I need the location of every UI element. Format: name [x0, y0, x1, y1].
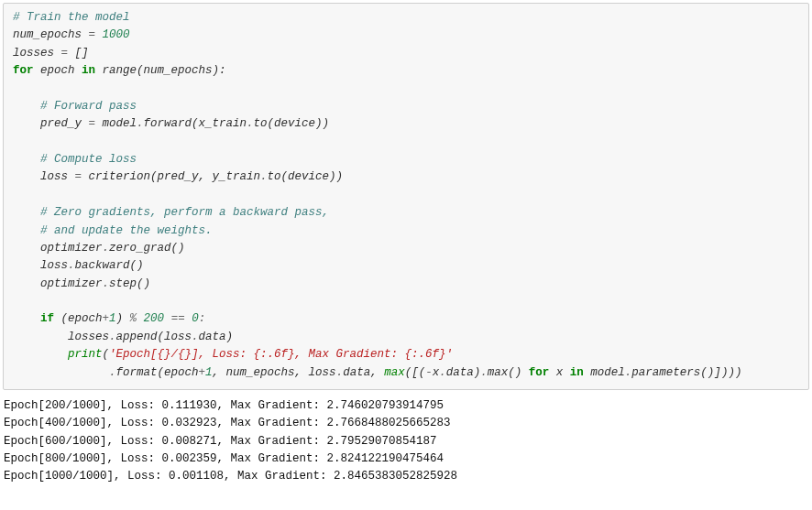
op: + — [199, 366, 206, 379]
code-text: model — [584, 366, 625, 379]
op: - — [425, 366, 433, 379]
string: 'Epoch[{}/{}], Loss: {:.6f}, Max Gradien… — [109, 348, 453, 361]
op: + — [103, 312, 110, 325]
op: = — [89, 117, 96, 130]
code-text: losses — [13, 331, 109, 343]
code-text: loss — [13, 170, 75, 183]
code-text: max() — [488, 366, 529, 379]
op: . — [336, 366, 344, 379]
op: == — [171, 312, 185, 325]
op: . — [260, 170, 268, 183]
code-text: data) — [199, 331, 234, 343]
code-text: to(device)) — [254, 117, 330, 130]
code-text: losses — [13, 47, 61, 60]
num: 0 — [185, 312, 199, 325]
code-text: data) — [446, 366, 481, 379]
code-text: forward(x_train — [144, 117, 247, 130]
keyword: for — [529, 366, 550, 379]
op: . — [103, 242, 110, 255]
op: . — [137, 117, 144, 130]
comment: # Train the model — [13, 11, 130, 24]
op: . — [103, 277, 110, 290]
comment: # Compute loss — [13, 153, 137, 166]
indent — [13, 312, 40, 325]
code-text: ) — [116, 312, 130, 325]
code-text: data, — [343, 366, 384, 379]
op: % — [130, 312, 137, 325]
op: . — [439, 366, 446, 379]
code-text: optimizer — [13, 242, 103, 255]
code-text: loss — [13, 259, 68, 272]
code-text: format(epoch — [116, 366, 199, 379]
keyword: in — [570, 366, 584, 379]
op: . — [109, 331, 116, 343]
num: 200 — [137, 312, 171, 325]
op: . — [480, 366, 488, 379]
op: = — [75, 170, 82, 183]
code-text: x — [549, 366, 570, 379]
builtin: print — [68, 348, 103, 361]
comment: # Zero gradients, perform a backward pas… — [13, 206, 329, 219]
op: . — [68, 259, 75, 272]
code-text — [13, 366, 109, 379]
op: = — [61, 47, 69, 60]
indent — [13, 348, 68, 361]
code-text: ([( — [405, 366, 426, 379]
code-text: model — [95, 117, 137, 130]
code-text: step() — [109, 277, 150, 290]
code-text: criterion(pred_y, y_train — [82, 170, 260, 183]
op: : — [199, 312, 206, 325]
num: 1 — [205, 366, 213, 379]
code-text: , num_epochs, loss — [213, 366, 336, 379]
output-line: Epoch[600/1000], Loss: 0.008271, Max Gra… — [4, 435, 437, 448]
code-text: parameters()]))) — [631, 366, 741, 379]
output-line: Epoch[800/1000], Loss: 0.002359, Max Gra… — [4, 452, 444, 465]
code-text: append(loss — [116, 331, 192, 343]
comment: # Forward pass — [13, 100, 137, 113]
code-text: backward() — [75, 259, 144, 272]
num: 1000 — [95, 28, 130, 41]
output-line: Epoch[1000/1000], Loss: 0.001108, Max Gr… — [4, 470, 457, 483]
paren: ( — [103, 348, 110, 361]
code-text: to(device)) — [268, 170, 344, 183]
code-text: epoch — [34, 64, 82, 77]
op: = — [89, 28, 96, 41]
op: . — [192, 331, 199, 343]
code-text: [] — [68, 47, 89, 60]
code-cell: # Train the model num_epochs = 1000 loss… — [3, 3, 809, 390]
keyword: for — [13, 64, 34, 77]
builtin: max — [384, 366, 405, 379]
code-text: pred_y — [13, 117, 89, 130]
keyword: if — [40, 312, 54, 325]
code-text: range(num_epochs): — [95, 64, 226, 77]
code-text: num_epochs — [13, 28, 89, 41]
output-line: Epoch[200/1000], Loss: 0.111930, Max Gra… — [4, 399, 444, 412]
code-text: (epoch — [54, 312, 103, 325]
code-text: optimizer — [13, 277, 103, 290]
keyword: in — [82, 64, 95, 77]
comment: # and update the weights. — [13, 224, 213, 237]
code-text: zero_grad() — [109, 242, 185, 255]
output-cell: Epoch[200/1000], Loss: 0.111930, Max Gra… — [0, 396, 812, 490]
num: 1 — [109, 312, 116, 325]
op: . — [109, 366, 116, 379]
op: . — [247, 117, 254, 130]
output-line: Epoch[400/1000], Loss: 0.032923, Max Gra… — [4, 417, 451, 429]
